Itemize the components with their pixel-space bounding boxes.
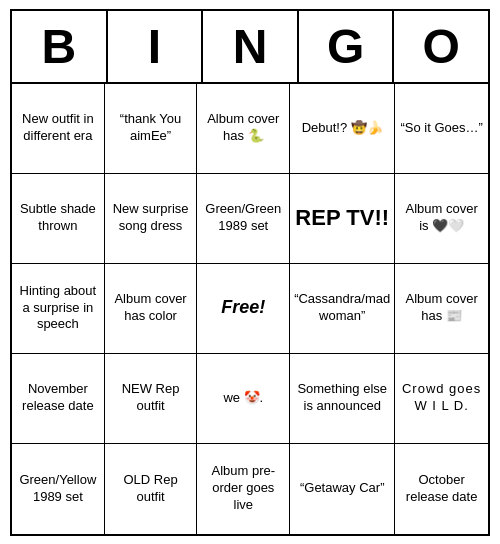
bingo-letter-b: B [12,11,108,84]
bingo-letter-g: G [299,11,395,84]
bingo-letter-n: N [203,11,299,84]
bingo-header: BINGO [12,11,488,84]
bingo-cell-n1: Album cover has 🐍 [197,84,290,174]
bingo-cell-i1: “thank You aimEe” [105,84,198,174]
bingo-cell-o4: Crowd goes W I L D. [395,354,488,444]
bingo-letter-i: I [108,11,204,84]
bingo-cell-g1: Debut!? 🤠🍌 [290,84,395,174]
bingo-cell-g3: “Cassandra/mad woman” [290,264,395,354]
bingo-cell-b3: Hinting about a surprise in speech [12,264,105,354]
bingo-cell-n4: we 🤡. [197,354,290,444]
bingo-cell-i2: New surprise song dress [105,174,198,264]
bingo-cell-b5: Green/Yellow 1989 set [12,444,105,534]
bingo-cell-o5: October release date [395,444,488,534]
bingo-cell-g4: Something else is announced [290,354,395,444]
bingo-cell-b1: New outfit in different era [12,84,105,174]
bingo-card: BINGO New outfit in different era“thank … [10,9,490,536]
bingo-cell-n3: Free! [197,264,290,354]
bingo-cell-i5: OLD Rep outfit [105,444,198,534]
bingo-cell-n2: Green/Green 1989 set [197,174,290,264]
bingo-cell-n5: Album pre-order goes live [197,444,290,534]
bingo-cell-b4: November release date [12,354,105,444]
bingo-cell-o1: “So it Goes…” [395,84,488,174]
bingo-letter-o: O [394,11,488,84]
bingo-cell-b2: Subtle shade thrown [12,174,105,264]
bingo-cell-g2: REP TV!! [290,174,395,264]
bingo-cell-o3: Album cover has 📰 [395,264,488,354]
bingo-grid: New outfit in different era“thank You ai… [12,84,488,534]
bingo-cell-i3: Album cover has color [105,264,198,354]
bingo-cell-g5: “Getaway Car” [290,444,395,534]
bingo-cell-i4: NEW Rep outfit [105,354,198,444]
bingo-cell-o2: Album cover is 🖤🤍 [395,174,488,264]
